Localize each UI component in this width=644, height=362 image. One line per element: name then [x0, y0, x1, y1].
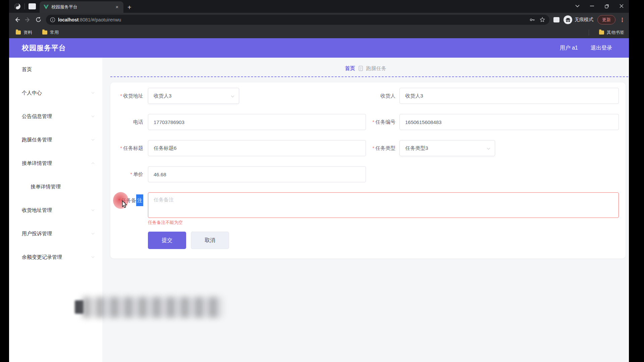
header-user[interactable]: 用户 a1 [560, 45, 578, 52]
breadcrumb-current: 跑腿任务 [366, 65, 386, 72]
task-title-input[interactable] [148, 140, 366, 156]
receiver-label: 收货人 [366, 93, 399, 99]
globe-icon[interactable] [14, 3, 21, 10]
chevron-down-icon [91, 91, 95, 95]
chevron-up-icon [91, 161, 95, 165]
screen: 校园服务平台 × + [0, 0, 644, 362]
main-content: 首页 跑腿任务 *收货地址 收货人3 [102, 58, 629, 362]
address-select[interactable]: 收货人3 [148, 88, 239, 104]
remark-textarea[interactable] [148, 192, 619, 218]
task-type-label: *任务类型 [366, 145, 399, 152]
breadcrumb: 首页 跑腿任务 [102, 64, 629, 72]
pinned-tabs [9, 0, 36, 13]
tab-title: 校园服务平台 [51, 4, 111, 10]
star-icon[interactable] [539, 17, 545, 23]
chevron-down-icon [230, 94, 235, 99]
sidebar-item-label: 公告信息管理 [22, 113, 91, 120]
browser-window: 校园服务平台 × + [9, 0, 629, 362]
task-title-label: *任务标题 [110, 145, 148, 152]
task-type-select-value: 任务类型3 [405, 145, 428, 152]
update-button[interactable]: 更新 [597, 15, 615, 24]
chevron-down-icon [91, 232, 95, 236]
bookmark-folder[interactable]: 资料 [16, 29, 32, 36]
sidebar-item-order-detail-mgmt[interactable]: 接单详情管理 [9, 152, 102, 175]
forward-icon[interactable] [24, 16, 31, 23]
pinned-tab-divider [24, 3, 25, 9]
folder-icon [16, 31, 21, 35]
dashed-divider [110, 76, 628, 77]
close-icon[interactable] [614, 0, 629, 12]
sidebar-item-home[interactable]: 首页 [9, 58, 102, 81]
sidebar-item-label: 个人中心 [22, 90, 91, 96]
minimize-icon[interactable] [585, 0, 599, 12]
url-host: localhost [58, 17, 78, 22]
app-title: 校园服务平台 [22, 43, 66, 53]
url-path: :8081/#/paotuirenwu [78, 17, 121, 22]
restore-icon[interactable] [599, 0, 614, 12]
folder-icon [599, 31, 604, 35]
receiver-input[interactable] [399, 88, 619, 104]
phone-input[interactable] [148, 114, 366, 130]
unit-price-input[interactable] [148, 166, 366, 182]
sidebar-item-user-complaint-mgmt[interactable]: 用户投诉管理 [9, 222, 102, 245]
vue-logo-icon [44, 5, 49, 9]
tab-search-chevron-icon[interactable] [570, 0, 585, 12]
bookmarks-bar: 资料 常用 其他书签 [9, 27, 629, 38]
bookmark-folder[interactable]: 常用 [42, 29, 59, 36]
app-header: 校园服务平台 用户 a1 退出登录 [9, 38, 629, 58]
sidebar-item-label: 接单详情管理 [31, 184, 95, 190]
chevron-down-icon [91, 138, 95, 142]
new-tab-button[interactable]: + [127, 4, 131, 11]
breadcrumb-home[interactable]: 首页 [345, 65, 355, 72]
chevron-down-icon [486, 146, 491, 151]
url-text: localhost:8081/#/paotuirenwu [58, 17, 121, 22]
mouse-cursor [121, 200, 128, 209]
logout-button[interactable]: 退出登录 [591, 45, 612, 52]
task-type-select[interactable]: 任务类型3 [399, 140, 495, 156]
required-mark: * [373, 145, 374, 151]
sidebar-item-label: 接单详情管理 [22, 160, 91, 167]
remark-label-selected: 注 [136, 194, 143, 206]
incognito-icon [564, 15, 572, 24]
folder-icon [42, 31, 47, 35]
sidebar-item-errand-task-mgmt[interactable]: 跑腿任务管理 [9, 128, 102, 152]
unit-price-label: *单价 [110, 171, 148, 178]
address-label: *收货地址 [110, 93, 148, 99]
other-bookmarks[interactable]: 其他书签 [599, 29, 624, 36]
sidebar-item-label: 跑腿任务管理 [22, 137, 91, 143]
tab-close-icon[interactable]: × [114, 4, 120, 10]
side-panel-icon[interactable] [553, 17, 559, 22]
submit-button[interactable]: 提交 [148, 232, 186, 249]
reload-icon[interactable] [35, 16, 42, 23]
task-no-label: *任务编号 [366, 119, 399, 125]
sidebar-item-announcement-mgmt[interactable]: 公告信息管理 [9, 105, 102, 128]
active-tab[interactable]: 校园服务平台 × [40, 1, 123, 13]
browser-toolbar: localhost:8081/#/paotuirenwu 无痕模式 更新 [9, 13, 629, 27]
bookmarks-divider [589, 29, 589, 36]
sidebar-item-shipping-address-mgmt[interactable]: 收货地址管理 [9, 198, 102, 222]
document-icon [359, 66, 363, 71]
required-mark: * [120, 145, 122, 151]
key-icon[interactable] [529, 17, 535, 23]
remark-label: *任务备注 [110, 192, 148, 208]
sidebar-subitem-order-detail-mgmt[interactable]: 接单详情管理 [9, 175, 102, 198]
task-no-input[interactable] [399, 114, 619, 130]
sidebar-item-balance-change-mgmt[interactable]: 余额变更记录管理 [9, 245, 102, 269]
remark-error-message: 任务备注不能为空 [148, 220, 626, 226]
address-bar[interactable]: localhost:8081/#/paotuirenwu [46, 15, 549, 25]
other-bookmarks-label: 其他书签 [607, 29, 624, 36]
sidebar-item-label: 用户投诉管理 [22, 231, 91, 237]
sidebar-item-label: 余额变更记录管理 [22, 254, 91, 260]
chevron-down-icon [91, 208, 95, 212]
sidebar-item-personal-center[interactable]: 个人中心 [9, 81, 102, 105]
blank-favicon-icon[interactable] [28, 3, 36, 10]
required-mark: * [130, 172, 132, 177]
back-icon[interactable] [14, 16, 20, 23]
required-mark: * [373, 119, 374, 125]
browser-menu-icon[interactable]: ⋮ [620, 17, 625, 23]
cancel-button[interactable]: 取消 [191, 232, 229, 249]
phone-label: 电话 [110, 119, 148, 125]
info-icon[interactable] [50, 17, 55, 22]
tab-strip: 校园服务平台 × + [9, 0, 629, 13]
incognito-badge: 无痕模式 [564, 15, 593, 24]
